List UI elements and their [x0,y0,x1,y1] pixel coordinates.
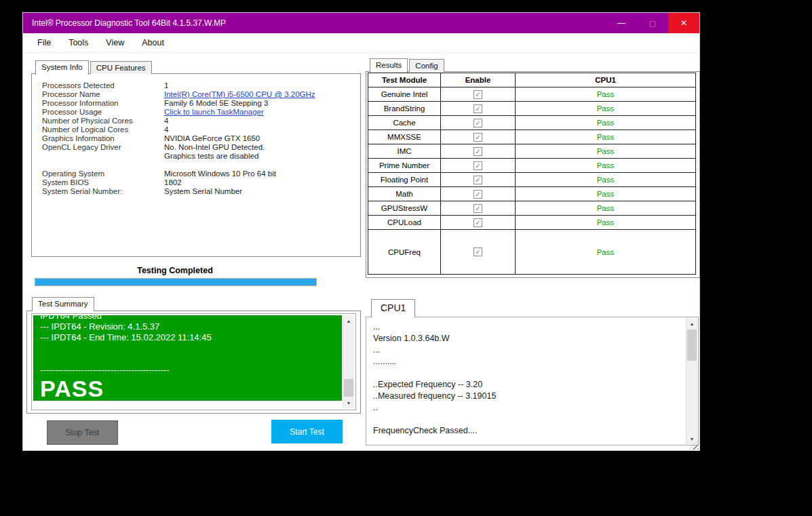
test-status: Pass [516,187,696,201]
info-value: Family 6 Model 5E Stepping 3 [164,99,268,108]
log-line: ... [373,344,679,356]
system-info-row: System BIOS1802 [42,178,360,187]
system-info-row: Operating SystemMicrosoft Windows 10 Pro… [42,170,360,178]
info-value: 4 [164,125,168,134]
results-row: Prime Number✓Pass [368,159,696,173]
summary-line: --- IPDT64 - Revision: 4.1.5.37 [40,321,335,332]
scroll-down-icon: ▼ [690,437,695,441]
system-info-body: Processors Detected1Processor NameIntel(… [31,73,361,257]
system-info-row: Processor InformationFamily 6 Model 5E S… [42,99,360,108]
close-icon: ✕ [680,18,687,28]
menu-item-view[interactable]: View [97,35,133,51]
test-status: Pass [516,102,696,116]
checkbox-checked[interactable]: ✓ [473,204,482,213]
summary-line: IPDT64 Passed [40,315,335,321]
window-controls: — ▢ ✕ [606,13,699,33]
log-line: ..Measured frequency -- 3.19015 [373,391,679,402]
checkbox-checked[interactable]: ✓ [473,190,482,199]
start-test-button[interactable]: Start Test [271,420,343,443]
tab-results[interactable]: Results [370,58,408,73]
maximize-button[interactable]: ▢ [637,13,668,33]
results-row: GPUStressW✓Pass [368,201,696,216]
test-module-name: CPUFreq [368,230,441,275]
stop-test-button[interactable]: Stop Test [47,420,118,445]
test-status: Pass [516,230,696,275]
test-summary-tabs: Test Summary [32,297,96,311]
info-value: Microsoft Windows 10 Pro 64 bit [164,170,276,178]
checkbox-checked[interactable]: ✓ [473,104,482,113]
scroll-down-icon: ▼ [347,401,351,405]
scrollbar-thumb[interactable] [344,379,353,397]
test-module-name: BrandString [368,102,441,116]
test-module-name: CPULoad [368,216,441,230]
scroll-down-button[interactable]: ▼ [343,397,354,408]
info-label: Processor Usage [42,108,164,117]
scroll-down-button[interactable]: ▼ [687,433,697,444]
minimize-button[interactable]: — [606,13,637,33]
window-title: Intel® Processor Diagnostic Tool 64Bit 4… [32,18,226,28]
log-line: FrequencyCheck Passed.... [373,425,679,437]
results-row: CPUFreq✓Pass [368,230,696,275]
checkbox-checked[interactable]: ✓ [473,247,482,256]
close-button[interactable]: ✕ [668,13,699,33]
results-column-header: CPU1 [516,73,696,87]
tab-system-info[interactable]: System Info [35,60,89,75]
info-label: OpenCL Legacy Driver [42,143,164,161]
test-module-name: IMC [368,144,441,159]
minimize-icon: — [617,18,625,28]
progress-fill [35,279,316,285]
test-status: Pass [516,87,696,102]
checkbox-checked[interactable]: ✓ [473,176,482,184]
menu-item-tools[interactable]: Tools [60,35,97,51]
checkbox-checked[interactable]: ✓ [473,119,482,127]
checkbox-checked[interactable]: ✓ [473,90,482,99]
scroll-up-button[interactable]: ▲ [343,315,354,326]
menu-item-about[interactable]: About [133,35,173,51]
test-module-name: Genuine Intel [368,87,441,102]
info-label: Processor Information [42,99,164,108]
log-line: Version 1.0.3.64b.W [373,333,679,344]
test-module-name: Floating Point [368,173,441,187]
results-row: IMC✓Pass [368,144,696,159]
scrollbar-thumb[interactable] [687,330,697,361]
info-value: System Serial Number [164,187,242,196]
results-row: MMXSSE✓Pass [368,130,696,144]
test-summary-scrollbar[interactable]: ▲ ▼ [343,315,354,408]
info-value: 4 [164,117,168,125]
test-status: Pass [516,173,696,187]
system-info-row: Processor UsageClick to launch TaskManag… [42,108,360,117]
system-info-row: System Serial Number:System Serial Numbe… [42,187,360,196]
progress-label: Testing Completed [31,266,319,275]
summary-line: ----------------------------------------… [40,365,335,376]
log-line: .. [373,402,679,414]
tab-cpu1[interactable]: CPU1 [371,299,415,317]
cpu1-panel: CPU1 ...Version 1.0.3.64b.W.............… [366,299,699,445]
log-line: .......... [373,356,679,368]
cpu1-scrollbar[interactable]: ▲ ▼ [686,318,697,444]
tab-test-summary[interactable]: Test Summary [32,297,94,311]
enable-cell: ✓ [441,216,516,230]
tab-cpu-features[interactable]: CPU Features [90,61,152,74]
info-value: NVIDIA GeForce GTX 1650 [164,134,260,143]
checkbox-checked[interactable]: ✓ [473,161,482,170]
tab-config[interactable]: Config [409,59,444,72]
checkbox-checked[interactable]: ✓ [473,147,482,156]
menu-item-file[interactable]: File [28,35,60,51]
system-info-row: Number of Logical Cores4 [42,125,360,134]
info-link[interactable]: Click to launch TaskManager [164,108,264,117]
checkbox-checked[interactable]: ✓ [473,218,482,227]
log-line: ... [373,321,679,333]
title-bar[interactable]: Intel® Processor Diagnostic Tool 64Bit 4… [23,13,699,33]
results-row: Floating Point✓Pass [368,173,696,187]
test-status: Pass [516,144,696,159]
checkbox-checked[interactable]: ✓ [473,133,482,142]
app-window: Intel® Processor Diagnostic Tool 64Bit 4… [22,12,700,451]
results-tabs: Results Config [370,58,446,72]
info-link[interactable]: Intel(R) Core(TM) i5-6500 CPU @ 3.20GHz [164,90,315,99]
enable-cell: ✓ [441,201,516,216]
scroll-up-button[interactable]: ▲ [687,318,697,329]
results-panel: Results Config Test ModuleEnableCPU1 Gen… [366,58,700,278]
system-info-row: Number of Physical Cores4 [42,117,360,125]
summary-line: --- IPDT64 - End Time: 15.02.2022 11:14:… [40,332,335,343]
system-info-panel: System Info CPU Features Processors Dete… [31,60,361,257]
